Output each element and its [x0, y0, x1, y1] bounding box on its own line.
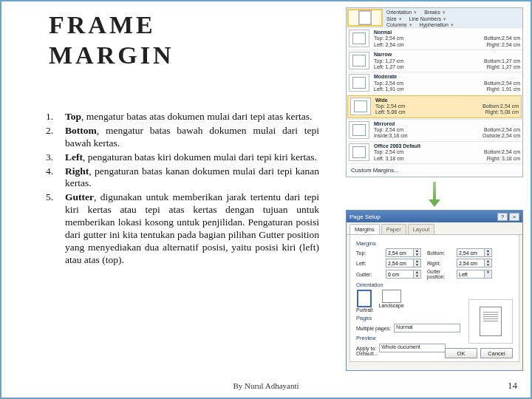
preset-thumb-icon — [349, 30, 369, 47]
list-number: 2. — [46, 125, 65, 150]
group-orientation: Orientation — [356, 282, 513, 288]
ok-button[interactable]: OK — [445, 348, 477, 358]
list-text: Bottom, mengatur batas bawah dokumen mul… — [65, 125, 319, 150]
page-setup-dialog: Page Setup ? × Margins Paper Layout Marg… — [346, 210, 523, 371]
list-item: 4.Right, pengaturan batas kanan dokumen … — [46, 166, 319, 191]
arrow-down-icon — [430, 182, 439, 205]
page-icon — [358, 10, 372, 25]
margins-button[interactable] — [347, 9, 383, 27]
tab-paper[interactable]: Paper — [381, 224, 406, 234]
apply-to-select[interactable]: Whole document — [379, 344, 446, 352]
preset-thumb-icon — [350, 98, 371, 115]
multiple-pages-label: Multiple pages: — [356, 326, 391, 331]
title-line1: FRAME — [49, 10, 174, 41]
tab-margins[interactable]: Margins — [349, 224, 380, 234]
margin-preset-narrow[interactable]: NarrowTop: 1,27 cmBottom:1,27 cmLeft: 1,… — [347, 50, 522, 72]
preset-info: NormalTop: 2,54 cmBottom:2,54 cmLeft: 2,… — [374, 30, 520, 48]
margin-preset-normal[interactable]: NormalTop: 2,54 cmBottom:2,54 cmLeft: 2,… — [347, 27, 522, 50]
list-text: Right, pengaturan batas kanan dokumen mu… — [65, 166, 319, 191]
dialog-titlebar: Page Setup ? × — [347, 211, 522, 222]
title-line2: MARGIN — [49, 41, 174, 71]
list-text: Gutter, digunakan untuk memberikan jarak… — [65, 191, 319, 266]
preset-thumb-icon — [349, 121, 369, 139]
top-field[interactable]: ▲▼ — [386, 248, 423, 257]
right-label: Right: — [427, 261, 452, 266]
default-button[interactable]: Default... — [356, 350, 378, 357]
list-number: 3. — [46, 151, 65, 164]
list-item: 1.Top, mengatur batas atas dokumen mulai… — [46, 111, 319, 123]
portrait-label: Portrait — [356, 307, 373, 313]
preset-thumb-icon — [349, 143, 369, 161]
list-item: 5.Gutter, digunakan untuk memberikan jar… — [46, 191, 319, 266]
list-item: 2.Bottom, mengatur batas bawah dokumen m… — [46, 125, 319, 150]
group-margins: Margins — [356, 240, 513, 247]
list-text: Top, mengatur batas atas dokumen mulai d… — [65, 111, 319, 123]
top-label: Top: — [356, 250, 381, 256]
margin-preset-mirrored[interactable]: MirroredTop: 2,54 cmBottom:2,54 cmInside… — [347, 119, 522, 141]
preset-info: Office 2003 DefaultTop: 2,54 cmBottom:2,… — [374, 143, 520, 162]
preset-info: NarrowTop: 1,27 cmBottom:1,27 cmLeft: 1,… — [374, 52, 520, 70]
portrait-icon — [357, 290, 372, 307]
gutter-field[interactable]: ▲▼ — [386, 270, 423, 279]
breaks-label[interactable]: Breaks — [424, 10, 440, 16]
list-number: 4. — [46, 166, 65, 191]
margins-gallery: Orientation▾ Breaks▾ Size▾ Line Numbers▾… — [346, 7, 523, 177]
preset-thumb-icon — [349, 52, 369, 69]
preset-info: ModerateTop: 2,54 cmBottom:2,54 cmLeft: … — [374, 74, 520, 92]
margins-gallery-header: Orientation▾ Breaks▾ Size▾ Line Numbers▾… — [347, 8, 522, 27]
columns-label[interactable]: Columns — [386, 22, 407, 28]
list-number: 1. — [46, 111, 65, 123]
close-icon[interactable]: × — [509, 213, 519, 221]
dialog-tabs: Margins Paper Layout — [347, 222, 522, 235]
landscape-icon — [382, 290, 401, 303]
custom-margins-button[interactable]: Custom Margins... — [347, 163, 522, 177]
preset-info: WideTop: 2,54 cmBottom:2,54 cmLeft: 5,08… — [375, 98, 519, 116]
right-field[interactable]: ▲▼ — [457, 259, 494, 267]
dialog-title: Page Setup — [349, 214, 381, 220]
cancel-button[interactable]: Cancel — [480, 348, 513, 358]
list-item: 3.Left, pengaturan batas kiri dokumen mu… — [46, 151, 319, 164]
numbered-list: 1.Top, mengatur batas atas dokumen mulai… — [46, 111, 319, 268]
orientation-label[interactable]: Orientation — [386, 10, 412, 16]
margin-preset-moderate[interactable]: ModerateTop: 2,54 cmBottom:2,54 cmLeft: … — [347, 72, 522, 94]
orientation-portrait[interactable]: Portrait — [356, 290, 373, 313]
gutter-pos-label: Gutter position: — [427, 269, 452, 279]
preview-box — [468, 299, 513, 344]
landscape-label: Landscape — [379, 303, 404, 308]
tab-layout[interactable]: Layout — [408, 224, 435, 234]
bottom-field[interactable]: ▲▼ — [457, 248, 494, 257]
figure-composite: Orientation▾ Breaks▾ Size▾ Line Numbers▾… — [346, 7, 523, 384]
margin-preset-office-2003-default[interactable]: Office 2003 DefaultTop: 2,54 cmBottom:2,… — [347, 141, 522, 163]
left-label: Left: — [356, 261, 381, 266]
left-field[interactable]: ▲▼ — [386, 259, 423, 267]
preview-page-icon — [480, 307, 502, 336]
gutter-label: Gutter: — [356, 272, 381, 277]
preset-info: MirroredTop: 2,54 cmBottom:2,54 cmInside… — [374, 121, 520, 140]
preset-thumb-icon — [349, 74, 369, 92]
size-label[interactable]: Size — [386, 16, 397, 22]
orientation-landscape[interactable]: Landscape — [379, 290, 404, 313]
list-text: Left, pengaturan batas kiri dokumen mula… — [65, 151, 319, 164]
bottom-label: Bottom: — [427, 250, 452, 256]
help-icon[interactable]: ? — [497, 213, 508, 221]
multiple-pages-select[interactable]: Normal — [394, 324, 460, 332]
hyphenation-label[interactable]: Hyphenation — [420, 22, 449, 28]
margin-preset-wide[interactable]: WideTop: 2,54 cmBottom:2,54 cmLeft: 5,08… — [347, 95, 522, 118]
line-numbers-label[interactable]: Line Numbers — [409, 16, 442, 22]
list-number: 5. — [46, 191, 65, 266]
gutter-pos-field[interactable]: ▼ — [457, 270, 494, 279]
slide-title: FRAME MARGIN — [49, 10, 174, 71]
